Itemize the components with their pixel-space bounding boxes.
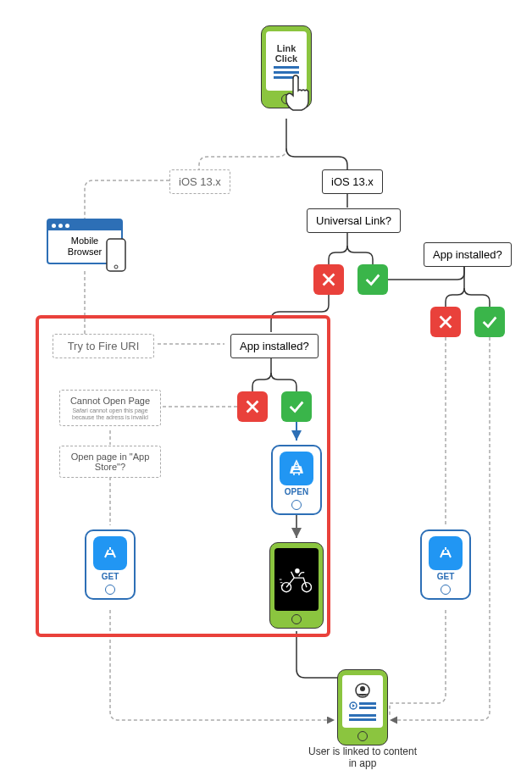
phone-open: OPEN [271,445,322,515]
msg-cannot-open: Cannot Open Page Safari cannot open this… [59,390,161,426]
check-icon [474,307,505,337]
x-icon [237,391,268,422]
phone-get-right: GET [420,529,471,600]
x-icon [313,264,344,295]
check-icon [357,264,388,295]
node-ios-right: iOS 13.x [322,169,383,194]
svg-point-6 [360,686,365,691]
phone-app-content [269,542,324,629]
msg-open-appstore: Open page in "App Store"? [59,446,161,478]
result-caption: User is linked to content in app [303,746,422,769]
appstore-icon [93,536,127,570]
node-universal-link: Universal Link? [307,208,401,233]
appstore-icon [280,452,313,485]
node-app-installed-right: App installed? [424,242,512,267]
phone-outline-icon [102,236,136,278]
x-icon [430,307,461,337]
phone-label: GET [102,572,119,581]
svg-rect-10 [349,714,376,717]
phone-result [337,669,388,746]
node-ios-left: iOS 13.x [169,169,230,194]
start-label: Link Click [266,43,307,64]
appstore-icon [429,536,463,570]
check-icon [281,391,312,422]
svg-rect-8 [359,702,376,705]
motorcycle-icon [277,563,316,596]
svg-rect-9 [359,707,376,709]
phone-get-left: GET [85,529,136,600]
phone-label: GET [437,572,455,581]
svg-point-4 [295,568,300,574]
msg-sub: Safari cannot open this page because the… [67,407,153,420]
node-try-fire-uri: Try to Fire URI [53,334,154,358]
svg-rect-11 [349,718,376,721]
svg-rect-0 [107,239,125,271]
msg-title: Cannot Open Page [70,396,150,406]
profile-content-icon [346,679,380,724]
hand-pointer-icon [278,72,320,123]
connector-lines [0,0,532,776]
phone-label: OPEN [285,487,308,496]
node-app-installed-center: App installed? [230,334,319,358]
